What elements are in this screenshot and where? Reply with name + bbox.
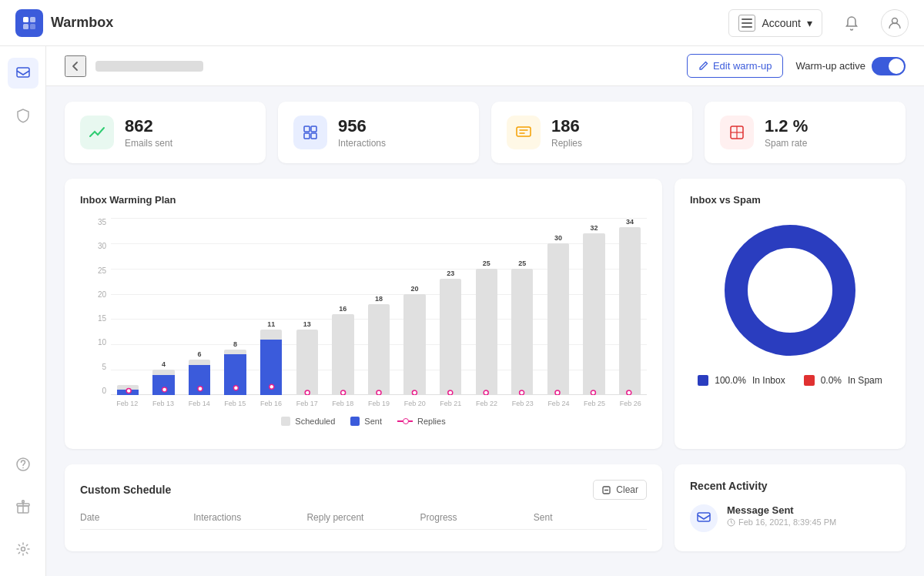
spam-rate-label: Spam rate [765,138,808,149]
bar-value-label: 8 [233,340,237,348]
bar-scheduled-portion [583,233,604,395]
sidebar-item-inbox[interactable] [8,58,38,89]
x-label: Feb 20 [398,400,431,407]
bar-scheduled-portion [440,279,461,395]
x-label: Feb 26 [614,400,647,407]
clear-button[interactable]: Clear [593,480,647,500]
replies-label: Replies [551,138,582,149]
x-label: Feb 16 [255,400,288,407]
warmup-toggle[interactable] [872,57,906,75]
email-address [95,61,203,72]
sidebar-item-settings[interactable] [8,534,38,564]
activity-time: Feb 16, 2021, 8:39:45 PM [727,517,836,527]
activity-details: Message Sent Feb 16, 2021, 8:39:45 PM [727,504,836,527]
scheduled-label: Scheduled [295,417,335,426]
bar-combined [403,294,425,395]
svg-rect-18 [517,127,531,136]
edit-btn-label: Edit warm-up [713,60,772,72]
message-sent-icon [690,504,718,532]
spam-rate-value: 1.2 % [765,116,808,136]
navbar-right: Account ▾ [728,9,909,37]
col-sent: Sent [534,512,647,523]
inbox-vs-spam-title: Inbox vs Spam [690,194,890,206]
edit-warmup-button[interactable]: Edit warm-up [687,54,784,78]
account-chevron-icon: ▾ [807,17,812,29]
col-interactions: Interactions [193,512,306,523]
x-label: Feb 24 [542,400,575,407]
bar-group: 6 [182,218,216,395]
bar-group: 8 [219,218,253,395]
interactions-label: Interactions [338,138,386,149]
bar-group: 16 [326,218,360,395]
bar-scheduled-portion [619,227,641,395]
bar-value-label: 34 [626,218,634,226]
donut-container [690,221,890,360]
bar-group: 23 [434,218,467,395]
bar-value-label: 11 [267,320,275,328]
navbar: Warmbox Account ▾ [0,0,924,46]
replies-icon [507,116,541,149]
bar-sent-portion [189,365,210,395]
svg-point-10 [22,467,24,469]
emails-sent-label: Emails sent [125,138,172,149]
schedule-header: Custom Schedule Clear [80,480,647,500]
svg-rect-5 [742,22,752,24]
sidebar [0,46,46,567]
spam-rate-icon [720,116,754,149]
col-date: Date [80,512,193,523]
bar-group: 25 [470,218,504,395]
inbox-pct: 100.0% [715,375,746,386]
charts-row: Inbox Warming Plan [65,179,906,449]
chart-title: Inbox Warming Plan [80,194,647,206]
svg-rect-15 [311,126,316,132]
bar-sent-portion [260,340,282,395]
stat-replies: 186 Replies [491,102,692,163]
replies-info: 186 Replies [551,116,582,149]
bar-value-label: 4 [162,360,166,368]
account-button[interactable]: Account ▾ [728,9,822,37]
svg-rect-16 [304,133,310,139]
inbox-warming-chart: Inbox Warming Plan [65,179,662,449]
x-label: Feb 23 [506,400,539,407]
chart-area: 35 30 25 20 15 10 5 0 468111316182023252… [80,218,647,434]
inbox-legend: 100.0% In Inbox [698,375,785,386]
legend-scheduled: Scheduled [281,417,335,426]
user-avatar-button[interactable] [881,9,909,37]
bar-combined [619,227,641,395]
col-reply-pct: Reply percent [306,512,420,523]
bar-group: 20 [398,218,432,395]
svg-point-37 [736,236,844,344]
svg-rect-3 [30,24,35,29]
bar-scheduled-portion [260,330,282,340]
bar-value-label: 23 [447,270,454,277]
bar-value-label: 13 [303,320,311,328]
notifications-button[interactable] [838,9,865,37]
sidebar-item-shield[interactable] [8,100,38,131]
table-header: Date Interactions Reply percent Progress… [80,512,647,530]
svg-rect-0 [23,17,28,22]
logo: Warmbox [15,9,113,37]
sub-header: Edit warm-up Warm-up active [46,46,924,86]
inbox-label: In Inbox [752,375,785,386]
interactions-info: 956 Interactions [338,116,386,149]
bar-combined [152,370,174,395]
sidebar-item-gift[interactable] [8,491,38,522]
bar-combined [117,385,139,395]
x-label: Feb 21 [434,400,467,407]
logo-icon [15,9,43,37]
sub-header-actions: Edit warm-up Warm-up active [687,54,906,78]
recent-activity-card: Recent Activity Message Sent [675,464,906,551]
x-label: Feb 18 [326,400,360,407]
sidebar-item-help[interactable] [8,449,38,480]
back-button[interactable] [65,55,86,77]
svg-rect-17 [311,133,316,139]
x-label: Feb 25 [578,400,611,407]
bar-group: 32 [578,218,611,395]
bar-group: 34 [613,218,647,395]
bar-group: 4 [147,218,181,395]
bar-value-label: 20 [411,285,419,293]
svg-rect-14 [304,126,310,132]
bar-combined [296,330,318,395]
svg-rect-4 [742,18,752,20]
warmup-active-label: Warm-up active [795,60,865,72]
